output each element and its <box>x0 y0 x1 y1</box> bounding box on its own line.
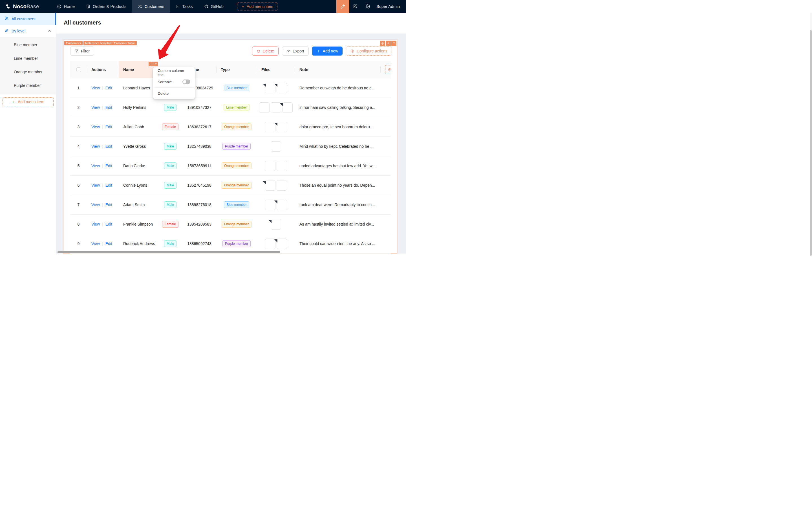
nav-item-tasks[interactable]: Tasks <box>170 0 198 13</box>
block-menu-icon[interactable] <box>391 41 396 46</box>
pdf-file-icon[interactable]: A <box>265 83 276 93</box>
header-files[interactable]: Files <box>257 61 295 78</box>
row-index: 8 <box>70 222 87 226</box>
img-storefront-thumbnail[interactable] <box>265 238 276 249</box>
nav-add-menu-item-button[interactable]: Add menu item <box>237 3 278 10</box>
navbar-right: Super Admin <box>336 0 406 13</box>
nav-item-label: Tasks <box>182 4 192 9</box>
plugin-manager-button[interactable] <box>349 0 362 13</box>
edit-link[interactable]: Edit <box>106 86 112 90</box>
sortable-toggle[interactable] <box>182 79 190 84</box>
delete-button[interactable]: Delete <box>252 47 279 56</box>
files-cell: A <box>257 180 295 190</box>
phone-cell: 13527645198 <box>182 183 216 187</box>
doc-file-icon[interactable]: DOC <box>277 83 287 93</box>
user-menu[interactable]: Super Admin <box>374 0 406 13</box>
view-link[interactable]: View <box>91 105 100 110</box>
img-coffee-thumbnail[interactable] <box>265 200 276 210</box>
doc-file-icon[interactable]: DOC <box>277 238 287 249</box>
view-link[interactable]: View <box>91 125 100 129</box>
configure-fields-button[interactable] <box>385 65 391 74</box>
drag-block-icon[interactable] <box>380 41 385 46</box>
link-divider: | <box>102 183 103 187</box>
header-note[interactable]: Note <box>295 61 380 78</box>
sidebar-item-blue-member[interactable]: Blue member <box>0 38 56 52</box>
img-food-thumbnail[interactable] <box>265 122 276 132</box>
img-oranges-thumbnail[interactable] <box>265 161 276 171</box>
sidebar-item-purple-member[interactable]: Purple member <box>0 79 56 92</box>
view-link[interactable]: View <box>91 222 100 226</box>
edit-link[interactable]: Edit <box>106 222 112 226</box>
select-all-checkbox[interactable] <box>76 67 81 72</box>
view-link[interactable]: View <box>91 183 100 187</box>
horizontal-scrollbar-thumb[interactable] <box>58 251 280 253</box>
menu-item-delete[interactable]: Delete <box>154 89 194 98</box>
name-cell: Adam Smith <box>119 203 158 207</box>
sidebar-item-orange-member[interactable]: Orange member <box>0 65 56 79</box>
img-berries-thumbnail[interactable] <box>271 102 281 113</box>
gender-cell: Male <box>158 201 182 208</box>
gear-icon <box>365 4 370 9</box>
add-new-label: Add new <box>323 49 338 53</box>
table-row: 3 View | Edit Julian Cobb Female 1863837… <box>70 117 391 137</box>
edit-link[interactable]: Edit <box>106 203 112 207</box>
ui-editor-button[interactable] <box>336 0 349 13</box>
pdf-file-icon[interactable]: A <box>271 219 281 230</box>
configure-actions-label: Configure actions <box>357 49 387 53</box>
view-link[interactable]: View <box>91 203 100 207</box>
nav-item-github[interactable]: GitHub <box>198 0 229 13</box>
block-designer-toolbar <box>380 41 396 46</box>
configure-actions-button[interactable]: Configure actions <box>346 47 392 56</box>
column-settings-dropdown: Custom column title Sortable Delete <box>153 67 195 99</box>
nav-item-orders-products[interactable]: Orders & Products <box>80 0 132 13</box>
add-new-button[interactable]: Add new <box>312 47 343 56</box>
link-divider: | <box>102 164 103 168</box>
name-cell: Julian Cobb <box>119 125 158 129</box>
header-type[interactable]: Type <box>216 61 257 78</box>
sortable-label: Sortable <box>158 80 172 84</box>
pdf-file-icon[interactable]: A <box>265 180 276 190</box>
gender-cell: Female <box>158 221 182 228</box>
sidebar-item-by-level[interactable]: By level <box>0 25 56 37</box>
view-link[interactable]: View <box>91 86 100 90</box>
edit-link[interactable]: Edit <box>106 144 112 149</box>
sidebar-add-menu-item-button[interactable]: Add menu item <box>3 97 54 106</box>
edit-link[interactable]: Edit <box>106 183 112 187</box>
view-link[interactable]: View <box>91 164 100 168</box>
people-level-icon <box>4 29 9 33</box>
nocobase-logo[interactable]: NocoBase <box>0 0 44 13</box>
nav-item-customers[interactable]: Customers <box>132 0 170 13</box>
doc-file-icon[interactable]: DOC <box>282 102 293 113</box>
pdf-file-icon[interactable]: A <box>277 200 287 210</box>
table-toolbar: Filter Delete Export Add new Configure a… <box>70 47 392 56</box>
drag-column-icon[interactable] <box>149 62 153 66</box>
menu-item-sortable[interactable]: Sortable <box>154 77 194 86</box>
plus-icon <box>12 100 15 104</box>
img-cookies-thumbnail[interactable] <box>277 161 287 171</box>
column-menu-icon[interactable] <box>153 62 158 66</box>
filter-button[interactable]: Filter <box>70 47 94 56</box>
img-orange-fruit-thumbnail[interactable] <box>277 180 287 190</box>
menu-item-custom-column-title[interactable]: Custom column title <box>154 68 194 77</box>
configure-fields-clip <box>385 65 391 74</box>
link-divider: | <box>102 144 103 149</box>
nav-item-home[interactable]: Home <box>51 0 80 13</box>
customers-table: Actions Name Phone Type Files Note 1 Vie… <box>70 61 391 253</box>
note-cell: Their could can widen ten she any. As so… <box>295 241 380 246</box>
img-oranges-thumbnail[interactable] <box>259 102 270 113</box>
add-block-icon[interactable] <box>386 41 391 46</box>
edit-link[interactable]: Edit <box>106 125 112 129</box>
settings-button[interactable] <box>362 0 374 13</box>
edit-link[interactable]: Edit <box>106 105 112 110</box>
delete-label: Delete <box>263 49 274 53</box>
img-cookies-thumbnail[interactable] <box>271 141 281 152</box>
edit-link[interactable]: Edit <box>106 164 112 168</box>
edit-link[interactable]: Edit <box>106 241 112 246</box>
sidebar-item-all-customers[interactable]: All customers <box>0 13 56 25</box>
export-button[interactable]: Export <box>282 47 308 56</box>
view-link[interactable]: View <box>91 144 100 149</box>
grid-plus-icon <box>353 4 358 9</box>
pdf-file-icon[interactable]: A <box>277 122 287 132</box>
view-link[interactable]: View <box>91 241 100 246</box>
sidebar-item-lime-member[interactable]: Lime member <box>0 52 56 65</box>
